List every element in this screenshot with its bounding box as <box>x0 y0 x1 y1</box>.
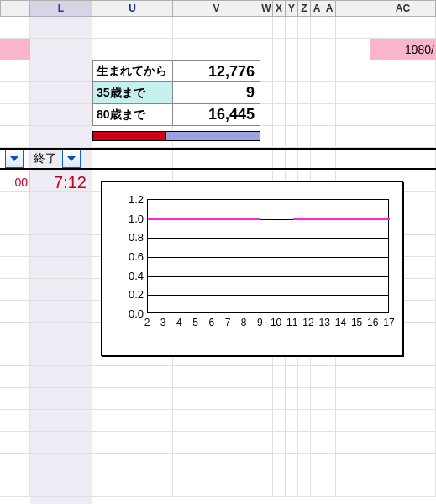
row-label: 80歳まで <box>92 104 173 126</box>
chart-xtick: 2 <box>144 317 150 328</box>
chart-series-segment <box>293 218 390 220</box>
col-hdr-blank <box>0 0 30 17</box>
dropdown-right[interactable] <box>62 150 81 168</box>
col-hdr-U[interactable]: U <box>92 0 173 17</box>
chart-xtick: 13 <box>319 317 330 328</box>
chart-xtick: 10 <box>271 317 281 328</box>
chart-xtick: 14 <box>335 317 346 328</box>
row-label: 35歳まで <box>92 82 173 104</box>
svg-marker-0 <box>10 156 18 161</box>
chart-xtick: 6 <box>208 317 214 328</box>
dropdown-left[interactable] <box>5 150 24 168</box>
col-hdr-AC[interactable]: AC <box>370 0 436 17</box>
chart-xtick: 5 <box>192 317 198 328</box>
col-hdr-AB[interactable]: A <box>323 0 336 17</box>
col-hdr-W[interactable]: W <box>260 0 273 17</box>
col-hdr-Z[interactable]: Z <box>298 0 311 17</box>
row-value: 16,445 <box>173 104 260 126</box>
chart-ytick: 0.6 <box>118 250 144 263</box>
time-partial: :00 <box>0 171 30 193</box>
chart-xtick: 17 <box>383 317 394 328</box>
chart-plot-area <box>147 199 389 313</box>
svg-marker-1 <box>67 156 76 161</box>
col-hdr-AA[interactable]: A <box>311 0 323 17</box>
table-row: 35歳まで 9 <box>92 82 260 104</box>
bar-segment-red <box>92 131 166 141</box>
col-hdr-gap <box>336 0 370 17</box>
pink-highlight-left <box>0 39 30 60</box>
embedded-chart[interactable]: 0.00.20.40.60.81.01.22345678910111213141… <box>101 181 403 356</box>
progress-bar <box>92 131 260 141</box>
chart-xtick: 11 <box>286 317 297 328</box>
chart-xtick: 8 <box>241 317 247 328</box>
days-table: 生まれてから 12,776 35歳まで 9 80歳まで 16,445 <box>92 60 260 126</box>
col-hdr-V[interactable]: V <box>173 0 260 17</box>
chart-ytick: 0.4 <box>118 269 144 281</box>
chart-xtick: 7 <box>225 317 231 328</box>
pink-highlight-right: 1980/ <box>370 39 436 60</box>
chart-ytick: 1.2 <box>118 193 144 206</box>
chart-ytick: 0.0 <box>118 307 144 320</box>
chart-xtick: 12 <box>302 317 313 328</box>
chevron-down-icon <box>67 155 76 163</box>
chart-xtick: 16 <box>367 317 378 328</box>
chart-xtick: 4 <box>176 317 182 328</box>
chart-ytick: 0.8 <box>118 231 144 244</box>
chart-xtick: 3 <box>160 317 166 328</box>
bar-segment-blue <box>166 131 260 141</box>
column-header-row: L U V W X Y Z A A AC <box>0 0 436 17</box>
col-hdr-Y[interactable]: Y <box>286 0 298 17</box>
chart-xtick: 9 <box>257 317 263 328</box>
chart-series-segment <box>148 218 260 220</box>
col-hdr-L[interactable]: L <box>30 0 92 17</box>
end-label: 終了 <box>34 151 57 166</box>
time-value: 7:12 <box>30 171 92 193</box>
chart-ytick: 0.2 <box>118 288 144 301</box>
chart-xtick: 15 <box>351 317 362 328</box>
row-label: 生まれてから <box>92 60 173 82</box>
row-value: 12,776 <box>173 60 260 82</box>
table-row: 80歳まで 16,445 <box>92 104 260 126</box>
chart-ytick: 1.0 <box>118 212 144 224</box>
row-value: 9 <box>173 82 260 104</box>
col-hdr-X[interactable]: X <box>273 0 286 17</box>
table-row: 生まれてから 12,776 <box>92 60 260 82</box>
chevron-down-icon <box>10 155 18 163</box>
end-time-row: 終了 <box>0 148 436 170</box>
